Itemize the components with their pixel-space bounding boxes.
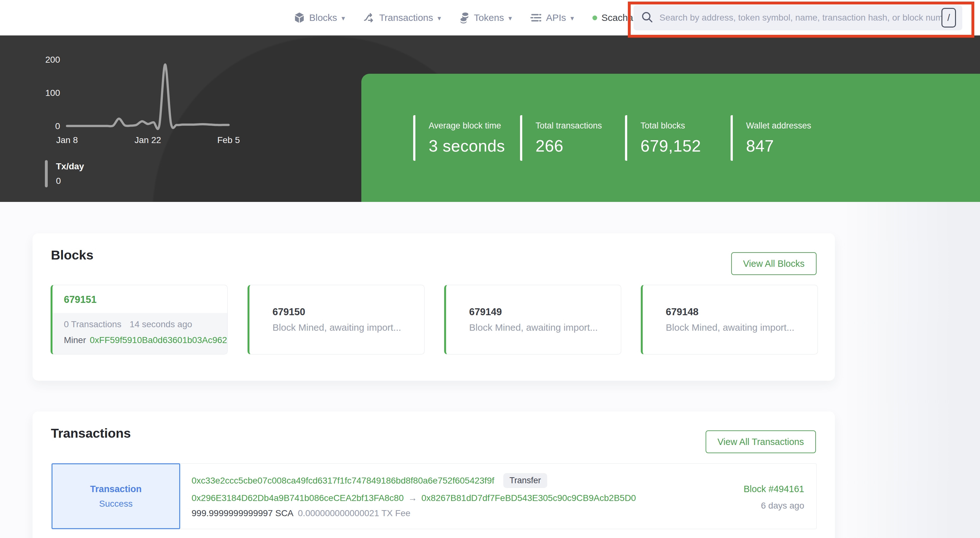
nav-item-label: Blocks <box>309 12 337 23</box>
view-all-transactions-button[interactable]: View All Transactions <box>706 430 816 453</box>
stat-value: 3 seconds <box>429 136 505 155</box>
block-card-details: 0 Transactions 14 seconds ago Miner 0xFF… <box>52 313 227 354</box>
block-card-679151[interactable]: 679151 0 Transactions 14 seconds ago Min… <box>51 285 228 354</box>
sliders-icon <box>530 12 541 23</box>
stat-label: Wallet addresses <box>746 121 811 131</box>
stat-label: Average block time <box>429 121 505 131</box>
transactions-section: Transactions View All Transactions Trans… <box>33 412 835 538</box>
stats-banner: Average block time 3 seconds Total trans… <box>361 74 980 202</box>
arrow-right-icon: → <box>408 493 417 503</box>
blocks-section: Blocks View All Blocks 679151 0 Transact… <box>33 233 835 381</box>
svg-text:0: 0 <box>55 121 60 131</box>
stat-average-block-time: Average block time 3 seconds <box>413 115 505 161</box>
search-icon <box>641 11 653 24</box>
transaction-age: 6 days ago <box>743 501 804 511</box>
block-status: Block Mined, awaiting import... <box>469 322 598 333</box>
view-all-blocks-button[interactable]: View All Blocks <box>731 252 817 275</box>
nav-item-tokens[interactable]: Tokens <box>459 12 512 24</box>
block-card-679148[interactable]: 679148 Block Mined, awaiting import... <box>641 285 818 354</box>
search-bar[interactable]: / <box>633 5 962 30</box>
transfer-badge: Transfer <box>503 473 547 488</box>
transaction-hash-link[interactable]: 0xc33e2ccc5cbe07c008ca49fcd6317f1fc74784… <box>192 476 495 486</box>
stat-wallet-addresses: Wallet addresses 847 <box>730 115 811 161</box>
svg-text:Jan 8: Jan 8 <box>56 135 78 145</box>
block-card-679149[interactable]: 679149 Block Mined, awaiting import... <box>444 285 621 354</box>
transaction-details: 0xc33e2ccc5cbe07c008ca49fcd6317f1fc74784… <box>192 473 636 518</box>
stat-total-transactions: Total transactions 266 <box>520 115 602 161</box>
svg-text:100: 100 <box>45 88 60 98</box>
keyboard-shortcut-slash: / <box>942 8 956 27</box>
nav-item-label: APIs <box>546 12 566 23</box>
transactions-icon <box>363 12 375 23</box>
block-number: 679150 <box>272 307 401 318</box>
block-number: 679149 <box>469 307 598 318</box>
chevron-down-icon <box>508 12 512 23</box>
block-number: 679148 <box>666 307 794 318</box>
nav-item-blocks[interactable]: Blocks <box>294 12 345 24</box>
stat-total-blocks: Total blocks 679,152 <box>625 115 701 161</box>
miner-address-link[interactable]: 0xFF59f5910Ba0d63601b03Ac962... <box>90 335 228 345</box>
legend-title: Tx/day <box>56 161 84 171</box>
page-edge-fade <box>841 202 980 538</box>
chart-legend: Tx/day 0 <box>45 160 84 187</box>
transaction-type-label: Transaction <box>90 484 142 494</box>
svg-text:200: 200 <box>45 55 60 65</box>
block-tx-count: 0 Transactions <box>64 319 121 329</box>
blocks-section-title: Blocks <box>51 248 93 263</box>
block-card-679150[interactable]: 679150 Block Mined, awaiting import... <box>248 285 425 354</box>
chevron-down-icon <box>341 12 345 23</box>
stat-label: Total blocks <box>641 121 701 131</box>
block-status: Block Mined, awaiting import... <box>666 322 794 333</box>
legend-bar-icon <box>45 160 48 187</box>
transaction-status: Success <box>99 499 133 509</box>
transactions-section-title: Transactions <box>51 426 131 441</box>
stat-label: Total transactions <box>536 121 602 131</box>
svg-text:Feb 5: Feb 5 <box>217 135 240 145</box>
block-number-link[interactable]: 679151 <box>64 294 96 305</box>
to-address-link[interactable]: 0x8267B81dD7df7FeBD543E305c90c9CB9Acb2B5… <box>422 493 636 503</box>
legend-current-value: 0 <box>56 176 84 186</box>
svg-text:Jan 22: Jan 22 <box>134 135 161 145</box>
chevron-down-icon <box>438 12 441 23</box>
stat-value: 266 <box>536 136 602 155</box>
from-address-link[interactable]: 0x296E3184D62Db4a9B741b086ceCEA2bf13FA8c… <box>192 493 404 503</box>
status-dot-icon <box>592 16 597 20</box>
nav-item-transactions[interactable]: Transactions <box>363 12 441 23</box>
search-input[interactable] <box>659 13 942 23</box>
transaction-row[interactable]: Transaction Success 0xc33e2ccc5cbe07c008… <box>51 463 816 529</box>
block-number-link[interactable]: Block #494161 <box>743 484 804 494</box>
top-navigation: Blocks Transactions Tokens <box>0 0 980 35</box>
transaction-meta: Block #494161 6 days ago <box>743 484 804 511</box>
transaction-fee: 0.000000000000021 TX Fee <box>298 508 410 518</box>
block-status: Block Mined, awaiting import... <box>272 322 401 333</box>
nav-item-apis[interactable]: APIs <box>530 12 574 23</box>
miner-label: Miner <box>64 335 86 345</box>
stat-value: 679,152 <box>641 136 701 155</box>
nav-item-label: Tokens <box>474 12 504 23</box>
coins-icon <box>459 12 469 24</box>
transaction-type-box: Transaction Success <box>51 463 180 529</box>
cube-icon <box>294 12 305 24</box>
nav-menu: Blocks Transactions Tokens <box>294 0 641 35</box>
nav-item-label: Transactions <box>379 12 433 23</box>
chevron-down-icon <box>571 12 574 23</box>
stat-value: 847 <box>746 136 811 155</box>
block-age: 14 seconds ago <box>130 319 192 329</box>
transaction-amount: 999.9999999999997 SCA <box>192 508 293 518</box>
